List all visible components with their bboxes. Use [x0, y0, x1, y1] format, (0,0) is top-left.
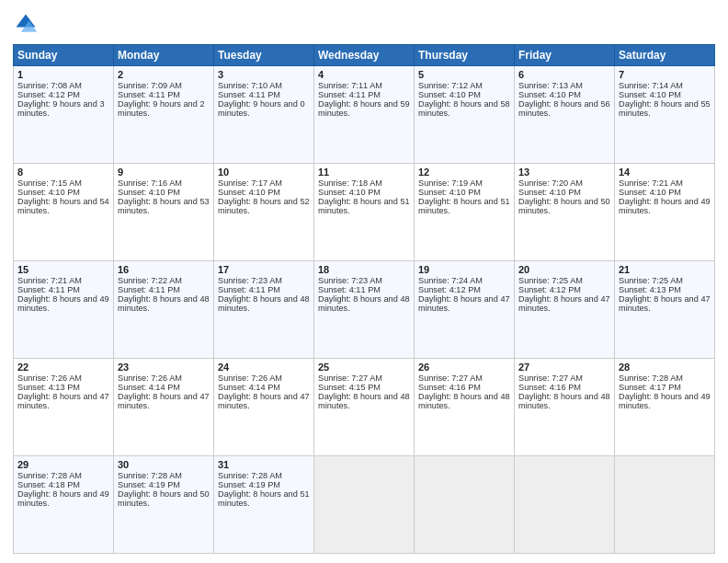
- day-number: 9: [118, 167, 210, 178]
- sunset-text: Sunset: 4:13 PM: [17, 383, 80, 392]
- daylight-text: Daylight: 8 hours and 47 minutes.: [218, 392, 310, 410]
- day-number: 2: [118, 69, 210, 80]
- day-number: 30: [118, 459, 210, 470]
- sunset-text: Sunset: 4:14 PM: [118, 383, 180, 392]
- sunrise-text: Sunrise: 7:26 AM: [118, 373, 182, 383]
- sunset-text: Sunset: 4:17 PM: [619, 383, 681, 392]
- sunset-text: Sunset: 4:11 PM: [17, 285, 80, 294]
- daylight-text: Daylight: 8 hours and 47 minutes.: [118, 392, 210, 410]
- daylight-text: Daylight: 8 hours and 48 minutes.: [318, 294, 410, 313]
- sunset-text: Sunset: 4:12 PM: [518, 285, 581, 294]
- day-number: 19: [418, 264, 510, 275]
- day-header-thursday: Thursday: [415, 45, 515, 66]
- sunrise-text: Sunrise: 7:25 AM: [518, 276, 583, 285]
- calendar-cell: 6Sunrise: 7:13 AMSunset: 4:10 PMDaylight…: [515, 66, 615, 164]
- sunrise-text: Sunrise: 7:17 AM: [218, 178, 282, 188]
- day-number: 23: [118, 362, 210, 373]
- calendar-cell: 11Sunrise: 7:18 AMSunset: 4:10 PMDayligh…: [314, 164, 415, 261]
- calendar-cell: 18Sunrise: 7:23 AMSunset: 4:11 PMDayligh…: [314, 261, 415, 359]
- day-number: 10: [218, 167, 310, 178]
- calendar-cell: 22Sunrise: 7:26 AMSunset: 4:13 PMDayligh…: [14, 359, 114, 456]
- daylight-text: Daylight: 8 hours and 47 minutes.: [418, 294, 510, 313]
- calendar-cell: 26Sunrise: 7:27 AMSunset: 4:16 PMDayligh…: [415, 359, 515, 456]
- sunset-text: Sunset: 4:10 PM: [17, 188, 80, 197]
- sunrise-text: Sunrise: 7:12 AM: [418, 81, 483, 90]
- calendar-week-1: 1Sunrise: 7:08 AMSunset: 4:12 PMDaylight…: [14, 66, 715, 164]
- calendar-page: SundayMondayTuesdayWednesdayThursdayFrid…: [0, 0, 728, 563]
- day-number: 22: [17, 362, 109, 373]
- sunset-text: Sunset: 4:10 PM: [218, 188, 280, 197]
- calendar-cell: 1Sunrise: 7:08 AMSunset: 4:12 PMDaylight…: [14, 66, 114, 164]
- calendar-cell: 3Sunrise: 7:10 AMSunset: 4:11 PMDaylight…: [214, 66, 314, 164]
- day-number: 14: [619, 167, 711, 178]
- day-header-monday: Monday: [114, 45, 214, 66]
- daylight-text: Daylight: 8 hours and 48 minutes.: [318, 392, 410, 410]
- daylight-text: Daylight: 8 hours and 58 minutes.: [418, 99, 510, 118]
- day-number: 7: [619, 69, 711, 80]
- sunrise-text: Sunrise: 7:22 AM: [118, 276, 182, 285]
- calendar-cell: 10Sunrise: 7:17 AMSunset: 4:10 PMDayligh…: [214, 164, 314, 261]
- sunset-text: Sunset: 4:11 PM: [318, 90, 381, 99]
- sunrise-text: Sunrise: 7:27 AM: [318, 373, 382, 383]
- calendar-cell: 21Sunrise: 7:25 AMSunset: 4:13 PMDayligh…: [615, 261, 715, 359]
- daylight-text: Daylight: 8 hours and 48 minutes.: [518, 392, 610, 410]
- sunrise-text: Sunrise: 7:26 AM: [218, 373, 282, 383]
- sunset-text: Sunset: 4:11 PM: [218, 90, 280, 99]
- calendar-cell: 12Sunrise: 7:19 AMSunset: 4:10 PMDayligh…: [415, 164, 515, 261]
- calendar-cell: 17Sunrise: 7:23 AMSunset: 4:11 PMDayligh…: [214, 261, 314, 359]
- calendar-cell: 16Sunrise: 7:22 AMSunset: 4:11 PMDayligh…: [114, 261, 214, 359]
- daylight-text: Daylight: 8 hours and 51 minutes.: [218, 489, 310, 508]
- calendar-cell: 7Sunrise: 7:14 AMSunset: 4:10 PMDaylight…: [615, 66, 715, 164]
- daylight-text: Daylight: 8 hours and 47 minutes.: [518, 294, 610, 313]
- calendar-week-3: 15Sunrise: 7:21 AMSunset: 4:11 PMDayligh…: [14, 261, 715, 359]
- day-number: 21: [619, 264, 711, 275]
- day-number: 8: [17, 167, 109, 178]
- daylight-text: Daylight: 8 hours and 51 minutes.: [418, 197, 510, 215]
- day-number: 6: [518, 69, 610, 80]
- calendar-cell: 2Sunrise: 7:09 AMSunset: 4:11 PMDaylight…: [114, 66, 214, 164]
- day-number: 16: [118, 264, 210, 275]
- sunset-text: Sunset: 4:11 PM: [218, 285, 280, 294]
- sunrise-text: Sunrise: 7:24 AM: [418, 276, 483, 285]
- calendar-cell: 30Sunrise: 7:28 AMSunset: 4:19 PMDayligh…: [114, 456, 214, 554]
- sunset-text: Sunset: 4:11 PM: [118, 90, 180, 99]
- sunrise-text: Sunrise: 7:27 AM: [518, 373, 583, 383]
- day-number: 5: [418, 69, 510, 80]
- daylight-text: Daylight: 8 hours and 47 minutes.: [17, 392, 109, 410]
- sunset-text: Sunset: 4:10 PM: [418, 90, 481, 99]
- sunset-text: Sunset: 4:16 PM: [518, 383, 581, 392]
- sunset-text: Sunset: 4:10 PM: [518, 188, 581, 197]
- sunrise-text: Sunrise: 7:28 AM: [619, 373, 683, 383]
- day-header-friday: Friday: [515, 45, 615, 66]
- sunset-text: Sunset: 4:18 PM: [17, 480, 80, 489]
- day-header-sunday: Sunday: [14, 45, 114, 66]
- calendar-cell: 20Sunrise: 7:25 AMSunset: 4:12 PMDayligh…: [515, 261, 615, 359]
- sunset-text: Sunset: 4:10 PM: [118, 188, 180, 197]
- day-number: 18: [318, 264, 410, 275]
- calendar-cell: 27Sunrise: 7:27 AMSunset: 4:16 PMDayligh…: [515, 359, 615, 456]
- sunrise-text: Sunrise: 7:26 AM: [17, 373, 82, 383]
- day-number: 27: [518, 362, 610, 373]
- daylight-text: Daylight: 8 hours and 48 minutes.: [418, 392, 510, 410]
- sunrise-text: Sunrise: 7:20 AM: [518, 178, 583, 188]
- sunrise-text: Sunrise: 7:08 AM: [17, 81, 82, 90]
- daylight-text: Daylight: 8 hours and 49 minutes.: [619, 392, 711, 410]
- sunset-text: Sunset: 4:19 PM: [218, 480, 280, 489]
- sunset-text: Sunset: 4:19 PM: [118, 480, 180, 489]
- day-number: 13: [518, 167, 610, 178]
- day-number: 17: [218, 264, 310, 275]
- daylight-text: Daylight: 9 hours and 2 minutes.: [118, 99, 205, 118]
- calendar-table: SundayMondayTuesdayWednesdayThursdayFrid…: [13, 44, 715, 554]
- daylight-text: Daylight: 8 hours and 49 minutes.: [619, 197, 711, 215]
- sunrise-text: Sunrise: 7:23 AM: [218, 276, 282, 285]
- day-header-tuesday: Tuesday: [214, 45, 314, 66]
- day-number: 15: [17, 264, 109, 275]
- daylight-text: Daylight: 8 hours and 59 minutes.: [318, 99, 410, 118]
- sunrise-text: Sunrise: 7:10 AM: [218, 81, 282, 90]
- logo: [13, 11, 42, 37]
- calendar-cell: 31Sunrise: 7:28 AMSunset: 4:19 PMDayligh…: [214, 456, 314, 554]
- day-number: 3: [218, 69, 310, 80]
- sunset-text: Sunset: 4:10 PM: [518, 90, 581, 99]
- sunrise-text: Sunrise: 7:15 AM: [17, 178, 82, 188]
- day-number: 4: [318, 69, 410, 80]
